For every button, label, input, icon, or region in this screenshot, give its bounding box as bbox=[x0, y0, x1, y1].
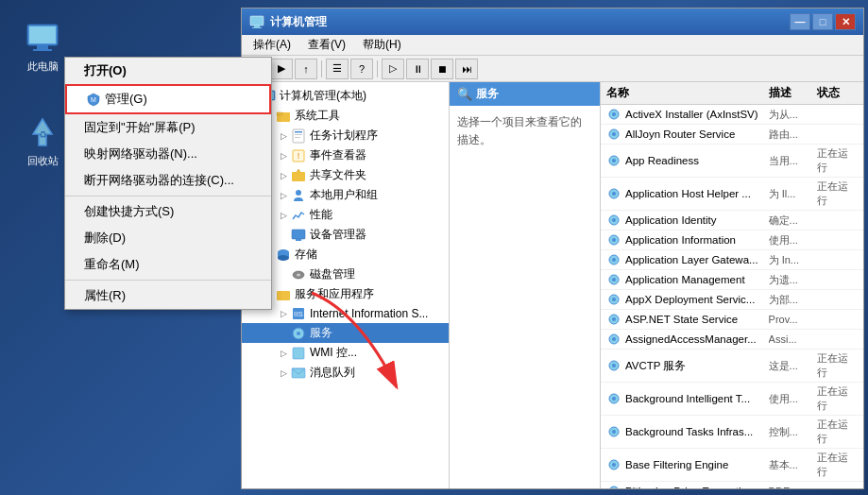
table-row[interactable]: BitLocker Drive Encryptio... BDE... bbox=[601, 482, 863, 488]
service-status: 正在运行 bbox=[817, 418, 858, 446]
table-row[interactable]: AppX Deployment Servic... 为部... bbox=[601, 290, 863, 310]
tree-item-event-viewer[interactable]: ▷ ! 事件查看器 bbox=[242, 145, 449, 165]
tree-item-task-sched[interactable]: ▷ 任务计划程序 bbox=[242, 126, 449, 145]
ctx-pin-label: 固定到"开始"屏幕(P) bbox=[84, 120, 196, 134]
expand-task: ▷ bbox=[276, 128, 291, 144]
service-name-cell: AppX Deployment Servic... bbox=[606, 292, 769, 307]
tree-item-comp-mgmt[interactable]: ▼ 计算机管理(本地) bbox=[242, 86, 449, 106]
expand-shared: ▷ bbox=[276, 168, 291, 183]
toolbar-play[interactable]: ▷ bbox=[382, 59, 404, 79]
ctx-pin-start[interactable]: 固定到"开始"屏幕(P) bbox=[65, 114, 271, 141]
table-row[interactable]: Application Information 使用... bbox=[601, 230, 863, 250]
menu-help[interactable]: 帮助(H) bbox=[355, 35, 409, 55]
close-button[interactable]: ✕ bbox=[835, 13, 856, 30]
desktop-icon-computer[interactable]: 此电脑 bbox=[14, 19, 71, 74]
table-row[interactable]: Background Intelligent T... 使用... 正在运行 bbox=[601, 383, 863, 416]
svg-rect-22 bbox=[292, 230, 305, 239]
tree-item-perf[interactable]: ▷ 性能 bbox=[242, 205, 449, 225]
tree-item-devices[interactable]: 设备管理器 bbox=[242, 225, 449, 245]
tree-msg-label: 消息队列 bbox=[310, 365, 355, 381]
service-name-cell: Application Management bbox=[606, 272, 769, 287]
tree-item-svc-apps[interactable]: ▼ 服务和应用程序 bbox=[242, 284, 449, 304]
service-desc: 为 Il... bbox=[769, 187, 817, 201]
service-name: Application Management bbox=[625, 274, 745, 285]
table-row[interactable]: Base Filtering Engine 基本... 正在运行 bbox=[601, 449, 863, 482]
tree-shared-label: 共享文件夹 bbox=[310, 167, 366, 183]
toolbar-help[interactable]: ? bbox=[350, 59, 373, 79]
svg-text:IIS: IIS bbox=[294, 310, 303, 318]
service-name: AssignedAccessManager... bbox=[625, 333, 757, 345]
tree-item-iis[interactable]: ▷ IIS Internet Information S... bbox=[242, 304, 449, 323]
tree-users-label: 本地用户和组 bbox=[310, 187, 378, 203]
svg-text:M: M bbox=[91, 96, 96, 103]
service-gear-icon bbox=[606, 332, 621, 347]
table-row[interactable]: ASP.NET State Service Prov... bbox=[601, 310, 863, 330]
toolbar-restart[interactable]: ⏭ bbox=[455, 59, 478, 79]
tree-item-shared[interactable]: ▷ 共享文件夹 bbox=[242, 165, 449, 185]
table-row[interactable]: ActiveX Installer (AxInstSV) 为从... bbox=[601, 105, 863, 125]
service-name: Background Tasks Infras... bbox=[625, 426, 753, 437]
toolbar-up[interactable]: ↑ bbox=[295, 59, 317, 79]
expand-wmi: ▷ bbox=[276, 346, 291, 361]
maximize-button[interactable]: □ bbox=[812, 13, 833, 30]
svg-text:♻: ♻ bbox=[39, 129, 47, 140]
expand-svc bbox=[276, 326, 291, 341]
tree-item-msg-queue[interactable]: ▷ 消息队列 bbox=[242, 363, 449, 383]
ctx-create-shortcut[interactable]: 创建快捷方式(S) bbox=[65, 198, 271, 225]
tree-item-sys-tools[interactable]: ▼ 系统工具 bbox=[242, 106, 449, 126]
titlebar-controls: — □ ✕ bbox=[790, 13, 856, 30]
ctx-open[interactable]: 打开(O) bbox=[65, 58, 271, 84]
service-gear-icon bbox=[606, 457, 621, 472]
toolbar-forward[interactable]: ▶ bbox=[270, 59, 293, 79]
table-row[interactable]: Background Tasks Infras... 控制... 正在运行 bbox=[601, 416, 863, 449]
toolbar-show-hide[interactable]: ☰ bbox=[326, 59, 349, 79]
computer-icon bbox=[24, 19, 61, 57]
ctx-manage-label: 管理(G) bbox=[105, 91, 147, 108]
menu-action[interactable]: 操作(A) bbox=[246, 35, 298, 55]
svg-point-33 bbox=[297, 332, 300, 335]
service-gear-icon bbox=[606, 186, 621, 201]
tree-comp-mgmt-label: 计算机管理(本地) bbox=[280, 88, 366, 104]
tree-item-disk[interactable]: 磁盘管理 bbox=[242, 265, 449, 284]
tree-event-label: 事件查看器 bbox=[310, 147, 366, 163]
service-name: BitLocker Drive Encryptio... bbox=[625, 486, 757, 488]
table-row[interactable]: Application Host Helper ... 为 Il... 正在运行 bbox=[601, 178, 863, 211]
ctx-disconnect[interactable]: 断开网络驱动器的连接(C)... bbox=[65, 167, 271, 194]
tree-item-storage[interactable]: ▼ 存储 bbox=[242, 245, 449, 265]
service-gear-icon bbox=[606, 484, 621, 488]
service-name: Application Layer Gatewa... bbox=[625, 254, 758, 265]
minimize-button[interactable]: — bbox=[790, 13, 810, 30]
table-row[interactable]: AssignedAccessManager... Assi... bbox=[601, 330, 863, 350]
table-row[interactable]: App Readiness 当用... 正在运行 bbox=[601, 145, 863, 178]
table-row[interactable]: AVCTP 服务 这是... 正在运行 bbox=[601, 350, 863, 383]
toolbar-stop[interactable]: ⏹ bbox=[431, 59, 453, 79]
svg-point-44 bbox=[612, 192, 616, 196]
tree-wmi-label: WMI 控... bbox=[310, 345, 357, 361]
svg-rect-34 bbox=[293, 348, 304, 359]
ctx-sep1 bbox=[65, 196, 271, 196]
table-row[interactable]: Application Management 为遗... bbox=[601, 270, 863, 290]
sys-tools-icon bbox=[276, 109, 291, 124]
ctx-delete[interactable]: 删除(D) bbox=[65, 225, 271, 251]
svg-point-52 bbox=[612, 278, 616, 282]
tree-item-local-users[interactable]: ▷ 本地用户和组 bbox=[242, 185, 449, 205]
col-header-desc: 描述 bbox=[769, 85, 817, 101]
titlebar-icon bbox=[249, 14, 264, 29]
ctx-properties[interactable]: 属性(R) bbox=[65, 282, 271, 309]
ctx-manage[interactable]: M 管理(G) bbox=[65, 84, 271, 114]
menu-view[interactable]: 查看(V) bbox=[300, 35, 353, 55]
services-table-header: 名称 描述 状态 bbox=[601, 82, 863, 105]
tree-item-services[interactable]: 服务 bbox=[242, 323, 449, 343]
table-row[interactable]: AllJoyn Router Service 路由... bbox=[601, 125, 863, 145]
toolbar-pause[interactable]: ⏸ bbox=[406, 59, 429, 79]
table-row[interactable]: Application Identity 确定... bbox=[601, 211, 863, 230]
service-desc: 为从... bbox=[769, 108, 817, 122]
desktop-icon-recycle[interactable]: ♻ 回收站 bbox=[14, 113, 71, 168]
ctx-rename[interactable]: 重命名(M) bbox=[65, 251, 271, 278]
tree-item-wmi[interactable]: ▷ WMI 控... bbox=[242, 343, 449, 363]
toolbar: ◀ ▶ ↑ ☰ ? ▷ ⏸ ⏹ ⏭ bbox=[242, 56, 863, 82]
recycle-icon: ♻ bbox=[24, 113, 61, 151]
table-row[interactable]: Application Layer Gatewa... 为 In... bbox=[601, 250, 863, 270]
panel-header-label: 服务 bbox=[476, 86, 499, 102]
ctx-map-drive[interactable]: 映射网络驱动器(N)... bbox=[65, 141, 271, 167]
